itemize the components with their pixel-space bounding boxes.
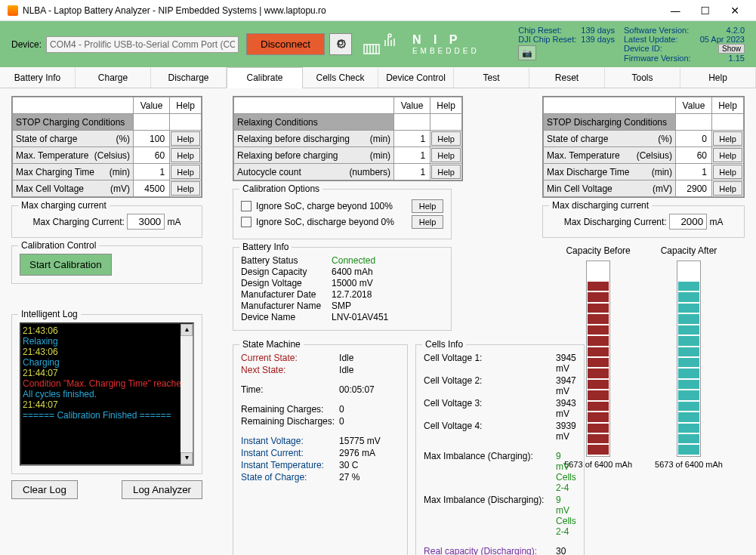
state-machine-group: State Machine Current State:IdleNext Sta… — [233, 344, 408, 555]
info-value: Connected — [332, 255, 443, 266]
logo-text-top: N I P — [412, 33, 480, 47]
log-line: ====== Calibration Finished ====== — [23, 410, 191, 421]
bar-segment — [678, 292, 699, 301]
tab-device-control[interactable]: Device Control — [378, 68, 454, 88]
max-charging-input[interactable] — [127, 214, 165, 230]
scroll-up-icon[interactable]: ▴ — [181, 324, 193, 336]
row-label: Relaxing before discharging(min) — [234, 131, 394, 147]
help-button[interactable]: Help — [171, 131, 200, 146]
row-label: State of charge(%) — [13, 131, 134, 147]
close-button[interactable]: ✕ — [721, 5, 748, 17]
maximize-button[interactable]: ☐ — [692, 5, 719, 17]
tab-tools[interactable]: Tools — [605, 68, 680, 88]
help-button[interactable]: Help — [171, 165, 200, 179]
camera-icon[interactable]: 📷 — [518, 45, 536, 60]
sm-label: Instant Temperature: — [241, 460, 339, 470]
row-value[interactable]: 0 — [676, 131, 712, 147]
log-analyzer-button[interactable]: Log Analyzer — [122, 480, 202, 499]
row-value[interactable]: 4500 — [134, 180, 170, 197]
tab-discharge[interactable]: Discharge — [151, 68, 227, 88]
device-label: Device: — [11, 39, 42, 50]
fw-version-value: 1.15 — [729, 54, 745, 63]
scroll-down-icon[interactable]: ▾ — [181, 452, 193, 464]
help-button[interactable]: Help — [713, 181, 742, 196]
row-label: Min Cell Voltage(mV) — [544, 180, 676, 197]
tab-calibrate[interactable]: Calibrate — [227, 67, 303, 88]
row-value[interactable]: 1 — [676, 164, 712, 180]
bar-segment — [588, 390, 609, 399]
tab-cells-check[interactable]: Cells Check — [303, 68, 378, 88]
bar-segment — [588, 412, 609, 421]
gear-icon — [335, 37, 347, 49]
row-value[interactable]: 1 — [394, 164, 430, 180]
help-button[interactable]: Help — [713, 131, 742, 146]
settings-button[interactable] — [329, 33, 352, 55]
ignore-soc-discharge-checkbox[interactable] — [241, 217, 251, 227]
cell-label: Cell Voltage 2: — [424, 375, 556, 396]
info-label: Manufacturer Name — [241, 301, 332, 311]
help-button[interactable]: Help — [713, 165, 742, 179]
tab-battery-info[interactable]: Battery Info — [0, 68, 76, 88]
row-value[interactable]: 60 — [676, 147, 712, 164]
row-value[interactable]: 100 — [134, 131, 170, 147]
row-value[interactable]: 1 — [394, 147, 430, 164]
row-label: Max Discharge Time(min) — [544, 164, 676, 180]
capacity-after-value: 5673 of 6400 mAh — [655, 460, 723, 469]
info-value: 15000 mV — [332, 278, 443, 288]
sm-label: Time: — [241, 384, 339, 395]
section-header: STOP Charging Conditions — [13, 114, 134, 131]
start-calibration-button[interactable]: Start Calibration — [20, 254, 112, 276]
capacity-before-label: Capacity Before — [566, 245, 630, 256]
app-icon — [8, 5, 18, 16]
minimize-button[interactable]: — — [662, 5, 689, 17]
battery-info-legend: Battery Info — [239, 242, 292, 252]
cell-label: Cell Voltage 1: — [424, 353, 556, 374]
help-button[interactable]: Help — [171, 148, 200, 162]
sm-label: Instant Current: — [241, 448, 339, 458]
max-discharging-input[interactable] — [669, 214, 707, 230]
row-value[interactable]: 1 — [134, 164, 170, 180]
row-value[interactable]: 2900 — [676, 180, 712, 197]
sm-label: Next State: — [241, 365, 339, 375]
help-button[interactable]: Help — [171, 181, 200, 196]
sw-version-value: 4.2.0 — [727, 26, 745, 35]
help-button[interactable]: Help — [431, 165, 461, 179]
capacity-after-label: Capacity After — [661, 245, 717, 256]
sm-value: 00:05:07 — [339, 384, 400, 395]
cell-value: 9 mV Cells 2-4 — [556, 451, 576, 493]
svg-point-1 — [388, 34, 391, 37]
tab-test[interactable]: Test — [454, 68, 529, 88]
bar-segment — [588, 380, 609, 389]
section-header: STOP Discharging Conditions — [544, 114, 676, 131]
header-bar: Device: Disconnect N I P EMBEDDED Chip R… — [0, 21, 756, 67]
tab-help[interactable]: Help — [680, 68, 756, 88]
tab-charge[interactable]: Charge — [76, 68, 151, 88]
log-line: Charging — [23, 357, 191, 368]
help-button[interactable]: Help — [412, 215, 443, 229]
device-select[interactable] — [46, 36, 239, 53]
log-line: 21:43:06 — [23, 347, 191, 357]
bar-segment — [678, 336, 699, 345]
ignore-soc-charge-checkbox[interactable] — [241, 201, 251, 211]
help-button[interactable]: Help — [412, 199, 443, 213]
clear-log-button[interactable]: Clear Log — [11, 480, 78, 499]
log-scrollbar[interactable]: ▴ ▾ — [181, 324, 193, 464]
bar-segment — [588, 347, 609, 356]
tab-reset[interactable]: Reset — [529, 68, 605, 88]
sm-label: Remaining Charges: — [241, 404, 339, 415]
cell-value: 3939 mV — [556, 421, 576, 442]
help-button[interactable]: Help — [431, 148, 461, 162]
row-value[interactable]: 1 — [394, 131, 430, 147]
row-value[interactable]: 60 — [134, 147, 170, 164]
dji-reset-label: DJI Chip Reset: — [518, 35, 576, 44]
show-device-id-button[interactable]: Show — [718, 44, 745, 54]
calib-opts-legend: Calibration Options — [239, 183, 322, 194]
disconnect-button[interactable]: Disconnect — [246, 33, 325, 55]
log-line: 21:43:06 — [23, 325, 191, 336]
info-value: 12.7.2018 — [332, 289, 443, 300]
help-button[interactable]: Help — [431, 131, 461, 146]
bar-segment — [678, 358, 699, 367]
bar-segment — [588, 402, 609, 411]
sm-value: 0 — [339, 404, 400, 415]
help-button[interactable]: Help — [713, 148, 742, 162]
